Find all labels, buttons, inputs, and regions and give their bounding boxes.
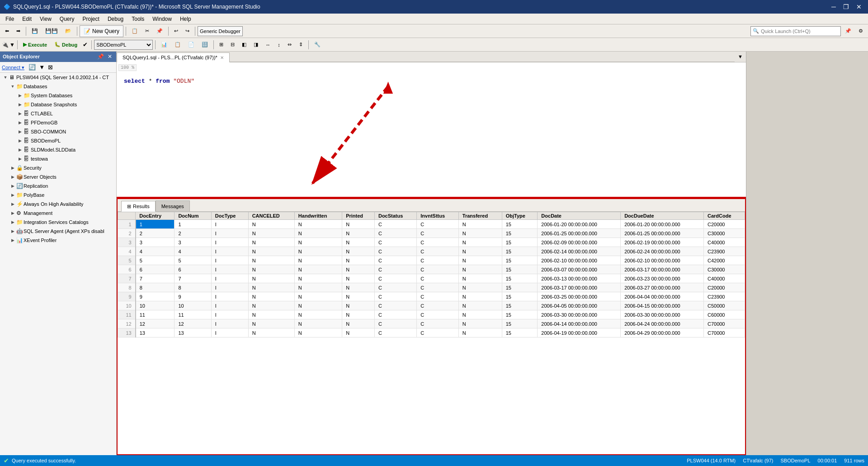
- tree-server-objects[interactable]: ▶ 📦 Server Objects: [0, 172, 116, 181]
- table-cell[interactable]: C: [417, 220, 459, 229]
- table-cell[interactable]: 15: [502, 229, 538, 238]
- table-cell[interactable]: N: [294, 319, 342, 328]
- tree-server[interactable]: ▼ 🖥 PLSW044 (SQL Server 14.0.2002.14 - C…: [0, 73, 116, 82]
- forward-button[interactable]: ➡: [13, 26, 24, 37]
- settings-button[interactable]: ⚙: [855, 26, 866, 37]
- tree-ctlabel[interactable]: ▶ 🗄 CTLABEL: [0, 109, 116, 118]
- table-cell[interactable]: N: [342, 310, 375, 319]
- table-cell[interactable]: N: [248, 220, 294, 229]
- table-cell[interactable]: N: [248, 229, 294, 238]
- toolbar-btn-2[interactable]: 📋: [171, 39, 184, 50]
- table-cell[interactable]: 2006-04-19 00:00:00.000: [538, 328, 621, 338]
- table-cell[interactable]: N: [458, 283, 502, 292]
- table-cell[interactable]: C50000: [703, 301, 745, 310]
- tree-pfdemogb[interactable]: ▶ 🗄 PFDemoGB: [0, 118, 116, 127]
- table-cell[interactable]: C30000: [703, 229, 745, 238]
- connect-button[interactable]: Connect ▾: [2, 65, 24, 71]
- table-cell[interactable]: 11: [175, 310, 211, 319]
- table-cell[interactable]: I: [211, 301, 248, 310]
- table-cell[interactable]: I: [211, 274, 248, 283]
- table-cell[interactable]: 11: [136, 310, 175, 319]
- table-cell[interactable]: 5: [136, 256, 175, 265]
- table-cell[interactable]: 7: [136, 274, 175, 283]
- table-cell[interactable]: 7: [175, 274, 211, 283]
- table-cell[interactable]: 15: [502, 292, 538, 301]
- results-tab-messages[interactable]: Messages: [156, 200, 190, 211]
- toolbar-btn-4[interactable]: 🔢: [198, 39, 211, 50]
- table-cell[interactable]: N: [248, 328, 294, 338]
- col-docstatus[interactable]: DocStatus: [374, 212, 416, 220]
- table-cell[interactable]: I: [211, 256, 248, 265]
- debug-button[interactable]: 🐛 Debug: [51, 39, 80, 50]
- tree-security[interactable]: ▶ 🔒 Security: [0, 163, 116, 172]
- table-cell[interactable]: 2006-01-20 00:00:00.000: [621, 220, 704, 229]
- toolbar-btn-5[interactable]: ⊞: [216, 39, 226, 50]
- open-button[interactable]: 📂: [62, 26, 75, 37]
- pin-button[interactable]: 📌: [842, 26, 854, 37]
- table-cell[interactable]: C: [417, 238, 459, 247]
- table-cell[interactable]: 15: [502, 274, 538, 283]
- table-cell[interactable]: I: [211, 220, 248, 229]
- table-cell[interactable]: C: [417, 283, 459, 292]
- table-cell[interactable]: C: [374, 310, 416, 319]
- table-cell[interactable]: 2006-03-23 00:00:00.000: [621, 274, 704, 283]
- table-row[interactable]: 111111INNNCCN152006-03-30 00:00:00.00020…: [118, 310, 745, 319]
- table-cell[interactable]: N: [294, 274, 342, 283]
- tree-testowa[interactable]: ▶ 🗄 testowa: [0, 154, 116, 163]
- back-button[interactable]: ⬅: [2, 26, 12, 37]
- table-cell[interactable]: N: [294, 229, 342, 238]
- table-cell[interactable]: 15: [502, 319, 538, 328]
- table-cell[interactable]: N: [342, 256, 375, 265]
- table-cell[interactable]: C: [374, 256, 416, 265]
- table-cell[interactable]: I: [211, 238, 248, 247]
- col-handwritten[interactable]: Handwritten: [294, 212, 342, 220]
- table-cell[interactable]: N: [248, 310, 294, 319]
- table-cell[interactable]: C: [417, 265, 459, 274]
- title-bar-right[interactable]: ─ ❐ ✕: [829, 3, 864, 10]
- menu-window[interactable]: Window: [149, 15, 175, 23]
- table-cell[interactable]: 2006-01-25 00:00:00.000: [621, 229, 704, 238]
- table-cell[interactable]: 2006-02-10 00:00:00.000: [538, 256, 621, 265]
- results-table-container[interactable]: DocEntry DocNum DocType CANCELED Handwri…: [118, 212, 745, 454]
- tree-integration-services[interactable]: ▶ 📁 Integration Services Catalogs: [0, 218, 116, 227]
- col-transfered[interactable]: Transfered: [458, 212, 502, 220]
- oe-toolbar-filter[interactable]: ▼: [39, 64, 45, 71]
- table-cell[interactable]: I: [211, 292, 248, 301]
- table-cell[interactable]: 15: [502, 283, 538, 292]
- tree-xevent-profiler[interactable]: ▶ 📊 XEvent Profiler: [0, 236, 116, 245]
- table-cell[interactable]: N: [342, 274, 375, 283]
- table-cell[interactable]: N: [342, 292, 375, 301]
- table-cell[interactable]: C: [374, 274, 416, 283]
- query-editor[interactable]: 100 % select * from "ODLN": [117, 62, 746, 198]
- table-cell[interactable]: N: [294, 265, 342, 274]
- tree-polybase[interactable]: ▶ 📁 PolyBase: [0, 190, 116, 200]
- table-row[interactable]: 131313INNNCCN152006-04-19 00:00:00.00020…: [118, 328, 745, 338]
- save-all-button[interactable]: 💾💾: [42, 26, 61, 37]
- menu-edit[interactable]: Edit: [19, 15, 35, 23]
- table-cell[interactable]: C: [374, 328, 416, 338]
- table-cell[interactable]: 6: [175, 265, 211, 274]
- table-cell[interactable]: 15: [502, 310, 538, 319]
- table-cell[interactable]: N: [294, 220, 342, 229]
- table-cell[interactable]: N: [294, 238, 342, 247]
- table-cell[interactable]: 2006-03-17 00:00:00.000: [621, 265, 704, 274]
- table-cell[interactable]: N: [294, 292, 342, 301]
- table-cell[interactable]: 2006-03-13 00:00:00.000: [538, 274, 621, 283]
- table-cell[interactable]: C: [417, 229, 459, 238]
- table-cell[interactable]: N: [458, 265, 502, 274]
- table-cell[interactable]: N: [458, 292, 502, 301]
- table-cell[interactable]: N: [342, 328, 375, 338]
- tree-replication[interactable]: ▶ 🔄 Replication: [0, 181, 116, 190]
- table-row[interactable]: 444INNNCCN152006-02-14 00:00:00.0002006-…: [118, 247, 745, 256]
- table-cell[interactable]: 2006-04-05 00:00:00.000: [538, 301, 621, 310]
- table-row[interactable]: 111INNNCCN152006-01-20 00:00:00.0002006-…: [118, 220, 745, 229]
- table-cell[interactable]: 2: [175, 229, 211, 238]
- tree-sldmodel[interactable]: ▶ 🗄 SLDModel.SLDData: [0, 145, 116, 154]
- table-row[interactable]: 999INNNCCN152006-03-25 00:00:00.0002006-…: [118, 292, 745, 301]
- table-cell[interactable]: 2006-04-15 00:00:00.000: [621, 301, 704, 310]
- table-cell[interactable]: C: [374, 220, 416, 229]
- table-cell[interactable]: 2006-03-25 00:00:00.000: [538, 292, 621, 301]
- table-cell[interactable]: C: [417, 247, 459, 256]
- table-cell[interactable]: 2006-01-20 00:00:00.000: [538, 220, 621, 229]
- table-cell[interactable]: C: [417, 328, 459, 338]
